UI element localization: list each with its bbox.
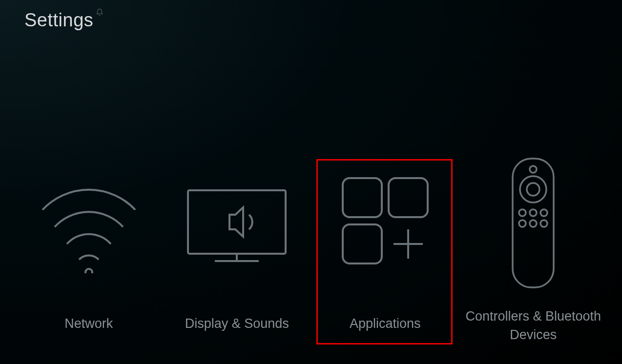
svg-point-18 <box>540 220 547 227</box>
svg-rect-6 <box>343 224 382 263</box>
svg-point-11 <box>520 176 546 202</box>
notification-bell-icon[interactable] <box>96 8 104 18</box>
tile-label: Network <box>64 315 113 333</box>
settings-tile-controllers-bluetooth[interactable]: Controllers & Bluetooth Devices <box>462 161 604 344</box>
svg-point-13 <box>519 209 526 216</box>
tile-label: Applications <box>350 315 421 333</box>
svg-point-17 <box>530 220 537 227</box>
display-sounds-icon <box>166 161 308 288</box>
svg-point-0 <box>85 269 92 273</box>
settings-tiles-row: Network Display & Sounds Applications <box>0 161 622 344</box>
applications-icon <box>314 161 456 288</box>
settings-tile-network[interactable]: Network <box>18 161 160 333</box>
settings-tile-applications[interactable]: Applications <box>314 161 456 333</box>
svg-point-15 <box>540 209 547 216</box>
tile-label: Controllers & Bluetooth Devices <box>462 307 604 344</box>
svg-rect-5 <box>389 178 428 217</box>
svg-point-14 <box>530 209 537 216</box>
svg-point-16 <box>519 220 526 227</box>
settings-tile-display-sounds[interactable]: Display & Sounds <box>166 161 308 333</box>
svg-point-10 <box>530 166 537 173</box>
svg-rect-1 <box>188 190 286 254</box>
svg-rect-4 <box>343 178 382 217</box>
network-icon <box>18 161 160 288</box>
page-title: Settings <box>24 10 93 31</box>
header: Settings <box>24 10 104 31</box>
svg-point-12 <box>527 183 539 196</box>
tile-label: Display & Sounds <box>185 315 289 333</box>
remote-controller-icon <box>462 161 604 288</box>
